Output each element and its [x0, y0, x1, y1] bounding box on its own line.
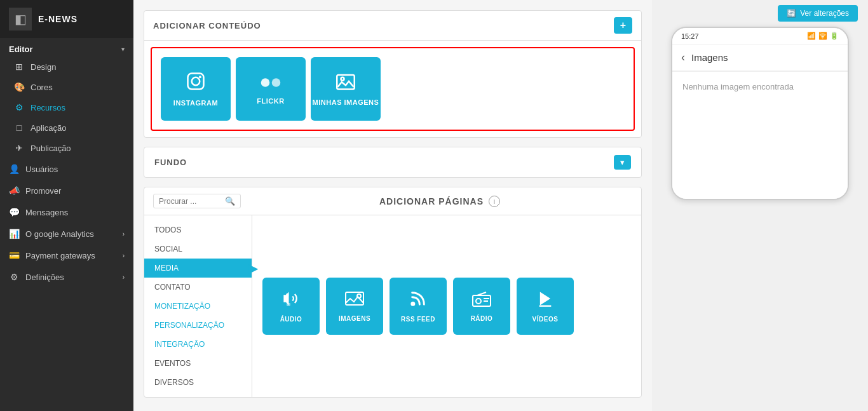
publicacao-icon: ✈ [14, 143, 24, 153]
radio-label: RÁDIO [471, 315, 493, 322]
instagram-label: INSTAGRAM [173, 99, 218, 107]
add-content-section: ADICIONAR CONTEÚDO + INSTAGRAM [144, 10, 642, 138]
sidebar-item-promover[interactable]: 📣 Promover [0, 180, 133, 201]
design-label: Design [31, 62, 56, 72]
tile-flickr[interactable]: FLICKR [236, 57, 306, 121]
definicoes-label: Definições [25, 273, 64, 282]
sidebar: ◧ E-NEWS Editor ▾ ⊞ Design 🎨 Cores ⚙ Rec… [0, 0, 133, 411]
sidebar-item-cores[interactable]: 🎨 Cores [0, 77, 133, 97]
pages-title: ADICIONAR PÁGINAS [379, 196, 484, 206]
phone-status-bar: 15:27 📶 🛜 🔋 [672, 28, 848, 44]
sidebar-item-design[interactable]: ⊞ Design [0, 57, 133, 77]
svg-point-2 [199, 76, 201, 78]
editor-chevron: ▾ [121, 46, 125, 53]
aplicacao-icon: □ [14, 123, 24, 133]
wifi-icon: 🛜 [818, 32, 827, 40]
videos-icon [536, 290, 554, 312]
ver-alteracoes-icon: 🔄 [787, 9, 796, 18]
tile-minhas-imagens[interactable]: MINHAS IMAGENS [311, 57, 381, 121]
svg-point-11 [410, 302, 415, 306]
page-tile-videos[interactable]: VÍDEOS [517, 278, 574, 335]
info-icon[interactable]: i [489, 196, 500, 207]
add-content-button[interactable]: + [614, 17, 632, 34]
sidebar-item-publicacao[interactable]: ✈ Publicação [0, 138, 133, 158]
svg-point-1 [192, 77, 200, 85]
definicoes-icon: ⚙ [9, 272, 19, 282]
payment-icon: 💳 [9, 250, 19, 260]
pages-body: TODOS SOCIAL MEDIA CONTATO MONETIZAÇÃO P… [144, 215, 641, 397]
promover-label: Promover [25, 186, 61, 196]
category-media[interactable]: MEDIA [144, 259, 252, 278]
cores-icon: 🎨 [14, 82, 24, 92]
svg-point-10 [357, 294, 361, 298]
imagens-label: IMAGENS [339, 315, 370, 322]
add-pages-section: 🔍 ADICIONAR PÁGINAS i TODOS SOCIAL MEDIA… [144, 187, 642, 398]
category-personalizacao[interactable]: PERSONALIZAÇÃO [144, 316, 252, 335]
app-name: E-NEWS [38, 14, 78, 24]
analytics-icon: 📊 [9, 229, 19, 239]
page-tile-audio[interactable]: ÁUDIO [262, 278, 320, 335]
minhas-imagens-icon [336, 72, 355, 95]
fundo-header: FUNDO ▾ [144, 147, 641, 177]
editor-label: Editor [9, 44, 33, 54]
category-monetizacao[interactable]: MONETIZAÇÃO [144, 297, 252, 316]
battery-icon: 🔋 [830, 32, 839, 40]
page-tile-imagens[interactable]: IMAGENS [326, 278, 383, 335]
signal-icon: 📶 [807, 32, 816, 40]
search-input[interactable] [159, 197, 222, 206]
radio-icon [472, 290, 491, 311]
category-integracao[interactable]: INTEGRAÇÃO [144, 335, 252, 354]
page-tile-rss-feed[interactable]: RSS FEED [390, 278, 447, 335]
phone-status-icons: 📶 🛜 🔋 [807, 32, 839, 40]
design-icon: ⊞ [14, 62, 24, 72]
definicoes-arrow: › [123, 274, 125, 281]
flickr-icon [260, 73, 281, 93]
phone-back-button[interactable]: ‹ [681, 51, 685, 64]
category-eventos[interactable]: EVENTOS [144, 354, 252, 373]
right-panel: 🔄 Ver alterações 15:27 📶 🛜 🔋 ‹ Imagens N… [652, 0, 868, 411]
payment-arrow: › [123, 252, 125, 259]
fundo-section: FUNDO ▾ [144, 147, 642, 178]
svg-point-8 [286, 293, 289, 297]
sidebar-item-payment-gateways[interactable]: 💳 Payment gateways › [0, 245, 133, 266]
sidebar-item-google-analytics[interactable]: 📊 O google Analytics › [0, 223, 133, 245]
sidebar-item-recursos[interactable]: ⚙ Recursos [0, 97, 133, 118]
cores-label: Cores [31, 83, 53, 92]
category-diversos[interactable]: DIVERSOS [144, 373, 252, 392]
logo-box: ◧ [9, 8, 32, 30]
usuarios-icon: 👤 [9, 164, 19, 174]
ver-alteracoes-button[interactable]: 🔄 Ver alterações [778, 5, 858, 22]
fundo-toggle-button[interactable]: ▾ [614, 155, 631, 170]
videos-label: VÍDEOS [532, 316, 559, 323]
sidebar-item-aplicacao[interactable]: □ Aplicação [0, 118, 133, 138]
ver-alteracoes-label: Ver alterações [800, 9, 849, 18]
phone-frame: 15:27 📶 🛜 🔋 ‹ Imagens Nenhuma imagem enc… [671, 27, 849, 200]
add-content-header: ADICIONAR CONTEÚDO + [144, 11, 641, 41]
page-tile-radio[interactable]: RÁDIO [453, 278, 510, 335]
audio-label: ÁUDIO [280, 316, 302, 323]
svg-marker-16 [540, 292, 550, 306]
add-content-title: ADICIONAR CONTEÚDO [153, 21, 261, 30]
payment-label: Payment gateways [25, 251, 95, 260]
editor-section[interactable]: Editor ▾ [0, 38, 133, 57]
category-social[interactable]: SOCIAL [144, 239, 252, 259]
no-images-text: Nenhuma imagem encontrada [682, 82, 794, 91]
sidebar-item-definicoes[interactable]: ⚙ Definições › [0, 266, 133, 288]
pages-title-area: ADICIONAR PÁGINAS i [247, 196, 632, 207]
category-contato[interactable]: CONTATO [144, 278, 252, 297]
search-box[interactable]: 🔍 [153, 194, 241, 208]
sidebar-item-usuarios[interactable]: 👤 Usuários [0, 158, 133, 180]
mensagens-label: Mensagens [25, 208, 68, 217]
phone-body: Nenhuma imagem encontrada [672, 72, 848, 199]
sidebar-item-mensagens[interactable]: 💬 Mensagens [0, 201, 133, 223]
audio-icon [282, 290, 300, 312]
phone-nav-title: Imagens [691, 52, 728, 63]
search-icon: 🔍 [225, 196, 235, 206]
category-todos[interactable]: TODOS [144, 220, 252, 239]
pages-header: 🔍 ADICIONAR PÁGINAS i [144, 187, 641, 215]
pages-categories: TODOS SOCIAL MEDIA CONTATO MONETIZAÇÃO P… [144, 215, 252, 397]
tile-instagram[interactable]: INSTAGRAM [161, 57, 231, 121]
rss-feed-label: RSS FEED [401, 316, 435, 323]
svg-rect-9 [346, 292, 363, 305]
recursos-icon: ⚙ [14, 102, 24, 112]
